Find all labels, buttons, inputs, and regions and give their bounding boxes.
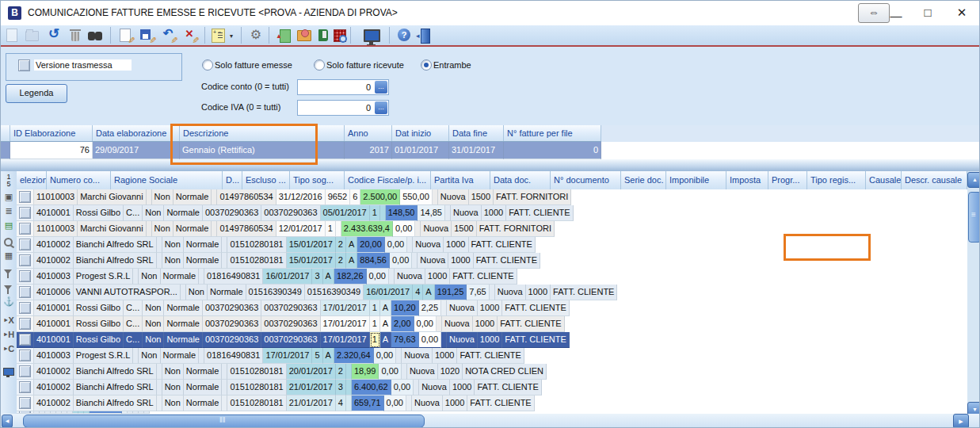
- cell-ndoc[interactable]: 1: [370, 316, 380, 332]
- cell-piva[interactable]: 00370290363: [261, 332, 320, 348]
- elaborazione-col-header[interactable]: Dat inizio: [392, 125, 449, 141]
- legenda-button[interactable]: Legenda: [6, 84, 67, 103]
- cell-impo[interactable]: 20,00: [357, 237, 385, 253]
- cell-progr[interactable]: [433, 189, 438, 205]
- cell-numero[interactable]: 4010002: [34, 364, 74, 380]
- cell-imposta[interactable]: 0,00: [419, 332, 441, 348]
- elaborazione-col-header[interactable]: Data elaborazione: [93, 125, 180, 141]
- cell-ragione[interactable]: Rossi Gilbo: [74, 316, 124, 332]
- cell-d[interactable]: C...: [124, 205, 143, 221]
- open-folder-icon[interactable]: [23, 27, 40, 44]
- cell-tiposog[interactable]: Normale: [184, 380, 223, 396]
- cell-cf[interactable]: 00370290363: [203, 205, 261, 221]
- cell-datadoc[interactable]: 31/12/2016: [276, 189, 326, 205]
- refresh-icon[interactable]: ↺: [45, 27, 63, 44]
- cell-ragione[interactable]: Rossi Gilbo: [74, 205, 124, 221]
- cell-causale[interactable]: 1000: [443, 396, 467, 411]
- codice-iva-browse-button[interactable]: ...: [375, 101, 387, 114]
- cell-datadoc[interactable]: 17/01/2017: [263, 348, 312, 364]
- invoice-row[interactable]: 4010001Rossi GilboC...NonNormale00370290…: [17, 300, 967, 316]
- scroll-right-button[interactable]: ▶: [953, 414, 969, 428]
- elaborazione-col-header[interactable]: ID Elaborazione: [10, 125, 93, 141]
- vertical-scroll-thumb[interactable]: [968, 192, 980, 243]
- row-checkbox[interactable]: [19, 302, 31, 314]
- invoice-col-header-impo[interactable]: Imponibile: [666, 171, 726, 189]
- filter-clear-icon[interactable]: [4, 285, 12, 290]
- cell-datadoc[interactable]: 17/01/2017: [321, 332, 370, 348]
- cell-ndoc[interactable]: 2: [336, 253, 346, 269]
- cell-piva[interactable]: 01516390349: [305, 285, 364, 300]
- cell-causale[interactable]: 1020: [438, 364, 463, 380]
- contacts-folder-icon[interactable]: [296, 27, 313, 44]
- cell-d[interactable]: C...: [124, 332, 143, 348]
- cell-sel[interactable]: [17, 189, 34, 205]
- cell-numero[interactable]: 4010002: [34, 253, 74, 269]
- cell-impo[interactable]: 182,26: [334, 269, 367, 285]
- cell-cf[interactable]: [222, 380, 227, 396]
- cell-causale[interactable]: 1500: [469, 189, 494, 205]
- cell-serie[interactable]: A: [323, 348, 334, 364]
- cell-escluso[interactable]: Non: [152, 189, 174, 205]
- cell-cf[interactable]: [212, 221, 217, 237]
- cell-impo[interactable]: 148,50: [386, 205, 418, 221]
- cell-tiposog[interactable]: Normale: [174, 189, 212, 205]
- invoice-row[interactable]: 4010001Rossi GilboC...NonNormale00370290…: [17, 316, 967, 332]
- cell-cf[interactable]: 01516390349: [246, 285, 305, 300]
- cell-d[interactable]: [157, 396, 162, 411]
- cell-sel[interactable]: [17, 364, 34, 380]
- invoice-col-header-sel[interactable]: eleziona: [17, 171, 47, 189]
- cell-tiposog[interactable]: Normale: [184, 396, 223, 411]
- cell-datadoc[interactable]: 15/01/2017: [287, 237, 336, 253]
- row-checkbox[interactable]: [19, 207, 31, 219]
- cell-datadoc[interactable]: 21/01/2017: [287, 396, 336, 411]
- cell-escluso[interactable]: Non: [162, 253, 184, 269]
- cell-ndoc[interactable]: 1: [370, 205, 380, 221]
- cell-sel[interactable]: [17, 253, 34, 269]
- cell-ragione[interactable]: Bianchi Alfredo SRL: [74, 380, 157, 396]
- cell-d[interactable]: [157, 380, 162, 396]
- cell-serie[interactable]: [346, 364, 352, 380]
- elaborazione-col-header[interactable]: Anno: [345, 125, 392, 141]
- cell-serie[interactable]: [380, 205, 386, 221]
- cell-ndoc[interactable]: 3: [336, 380, 346, 396]
- exit-icon[interactable]: [415, 27, 433, 44]
- invoice-col-header-numero[interactable]: Numero co...: [47, 171, 111, 189]
- find-binoculars-icon[interactable]: [86, 27, 104, 44]
- cell-causale[interactable]: 1000: [478, 332, 502, 348]
- cell-descr[interactable]: FATT. CLIENTE: [450, 269, 517, 285]
- save-record-icon[interactable]: ✎: [138, 27, 155, 44]
- invoice-col-header-causale[interactable]: Causale: [866, 171, 902, 189]
- cell-tiporegis[interactable]: Nuova: [438, 189, 469, 205]
- notes-book-icon[interactable]: [315, 27, 333, 44]
- invoice-col-header-ragione[interactable]: Ragione Sociale: [111, 171, 223, 189]
- cell-piva[interactable]: 00370290363: [261, 316, 320, 332]
- cell-imposta[interactable]: 7,65: [467, 285, 489, 300]
- invoice-row[interactable]: 4010002Bianchi Alfredo SRLNonNormale0151…: [17, 396, 967, 411]
- cell-tiposog[interactable]: Normale: [164, 300, 203, 316]
- cell-numero[interactable]: 4010002: [34, 237, 74, 253]
- scroll-up-button[interactable]: ▲: [967, 172, 980, 188]
- cell-tiposog[interactable]: Normale: [184, 253, 223, 269]
- radio-solo-fatture-ricevute[interactable]: [314, 59, 325, 71]
- cell-numero[interactable]: 4010002: [34, 380, 74, 396]
- cell-tiposog[interactable]: Normale: [161, 348, 200, 364]
- invoice-col-header-descr[interactable]: Descr. causale: [902, 171, 967, 189]
- cell-escluso[interactable]: Non: [139, 269, 160, 285]
- invoice-col-header-piva[interactable]: Partita Iva: [431, 171, 490, 189]
- invoice-row[interactable]: 4010003Progest S.R.LNonNormale0181649083…: [17, 269, 967, 285]
- cell-tiporegis[interactable]: Nuova: [407, 364, 438, 380]
- cell-datadoc[interactable]: 16/01/2017: [364, 285, 413, 300]
- cell-datadoc[interactable]: 20/01/2017: [287, 364, 336, 380]
- elaborazione-cell-n_fatture_per_file[interactable]: 0: [504, 142, 601, 159]
- invoice-row[interactable]: 4010002Bianchi Alfredo SRLNonNormale0151…: [17, 364, 967, 380]
- cell-d[interactable]: [133, 269, 139, 285]
- cell-ragione[interactable]: Progest S.R.L: [74, 269, 133, 285]
- undo-edit-icon[interactable]: ↶✎: [159, 27, 177, 44]
- cell-cf[interactable]: [199, 269, 204, 285]
- cell-ragione[interactable]: VANNI AUTOTRASPOR...: [74, 285, 181, 300]
- cell-cf[interactable]: [212, 189, 217, 205]
- cell-progr[interactable]: [437, 316, 442, 332]
- cell-descr[interactable]: FATT. CLIENTE: [551, 285, 617, 300]
- elaborazione-cell-sel[interactable]: [1, 142, 10, 159]
- cell-escluso[interactable]: Non: [143, 300, 164, 316]
